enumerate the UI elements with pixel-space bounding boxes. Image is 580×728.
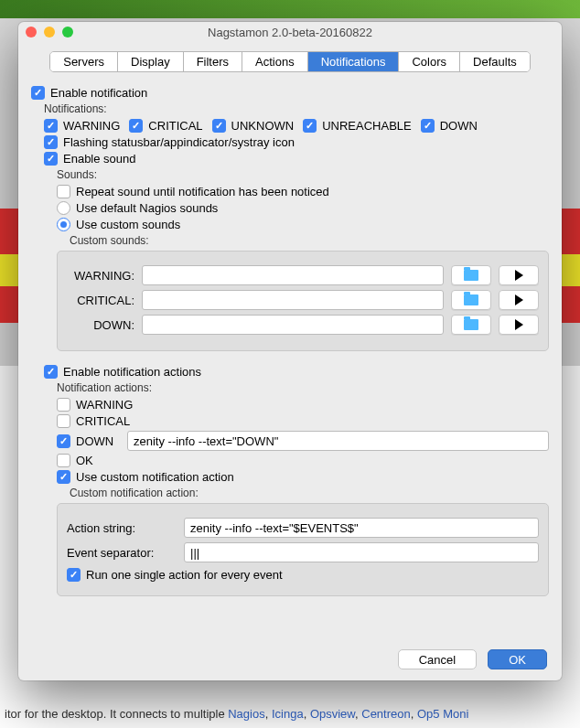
play-icon [515, 319, 523, 330]
default-sounds-radio[interactable] [57, 201, 70, 215]
tab-bar: Servers Display Filters Actions Notifica… [49, 51, 531, 72]
window-title: Nagstamon 2.0-beta-20160822 [18, 26, 562, 39]
down-play-button[interactable] [499, 315, 539, 335]
background-article-text: itor for the desktop. It connects to mul… [0, 707, 580, 721]
tab-actions[interactable]: Actions [242, 52, 308, 71]
unknown-checkbox[interactable] [212, 119, 226, 133]
warning-sound-field[interactable] [142, 265, 444, 285]
enable-sound-checkbox[interactable] [44, 152, 58, 166]
enable-actions-checkbox[interactable] [44, 365, 58, 379]
custom-action-panel: Action string: Event separator: Run one … [57, 503, 549, 596]
actions-subheader: Notification actions: [57, 381, 549, 394]
warning-play-button[interactable] [499, 265, 539, 285]
ok-button[interactable]: OK [488, 649, 547, 669]
action-down-checkbox[interactable] [57, 434, 70, 448]
warning-checkbox[interactable] [44, 119, 58, 133]
tab-servers[interactable]: Servers [50, 52, 118, 71]
action-critical-checkbox[interactable] [57, 414, 70, 428]
critical-checkbox[interactable] [129, 119, 143, 133]
action-string-field[interactable] [184, 518, 539, 538]
folder-icon [464, 319, 478, 330]
flashing-checkbox[interactable] [44, 135, 58, 149]
action-ok-checkbox[interactable] [57, 454, 70, 467]
sounds-subheader: Sounds: [57, 168, 549, 181]
play-icon [515, 294, 523, 305]
down-sound-field[interactable] [142, 315, 444, 335]
tab-defaults[interactable]: Defaults [460, 52, 530, 71]
custom-sounds-panel: WARNING: CRITICAL: DOWN: [57, 251, 549, 351]
custom-sounds-radio[interactable] [57, 218, 70, 231]
action-down-field[interactable] [127, 431, 549, 451]
tab-display[interactable]: Display [118, 52, 184, 71]
settings-window: Nagstamon 2.0-beta-20160822 Servers Disp… [18, 22, 562, 680]
critical-browse-button[interactable] [451, 290, 491, 310]
use-custom-action-checkbox[interactable] [57, 470, 70, 484]
down-checkbox[interactable] [421, 119, 435, 133]
folder-icon [464, 270, 478, 281]
folder-icon [464, 294, 478, 305]
custom-sounds-subheader: Custom sounds: [70, 234, 549, 247]
play-icon [515, 270, 523, 281]
event-separator-field[interactable] [184, 542, 539, 562]
tab-colors[interactable]: Colors [399, 52, 460, 71]
tab-notifications[interactable]: Notifications [308, 52, 400, 71]
repeat-sound-checkbox[interactable] [57, 185, 70, 198]
run-single-checkbox[interactable] [67, 568, 81, 582]
tab-filters[interactable]: Filters [184, 52, 242, 71]
warning-browse-button[interactable] [451, 265, 491, 285]
custom-action-subheader: Custom notification action: [70, 487, 549, 499]
critical-sound-field[interactable] [142, 290, 444, 310]
enable-notification-checkbox[interactable] [31, 86, 45, 100]
cancel-button[interactable]: Cancel [398, 649, 477, 669]
notifications-subheader: Notifications: [44, 102, 549, 115]
down-browse-button[interactable] [451, 315, 491, 335]
unreachable-checkbox[interactable] [303, 119, 317, 133]
critical-play-button[interactable] [499, 290, 539, 310]
action-warning-checkbox[interactable] [57, 398, 70, 412]
enable-notification-label: Enable notification [50, 86, 147, 100]
